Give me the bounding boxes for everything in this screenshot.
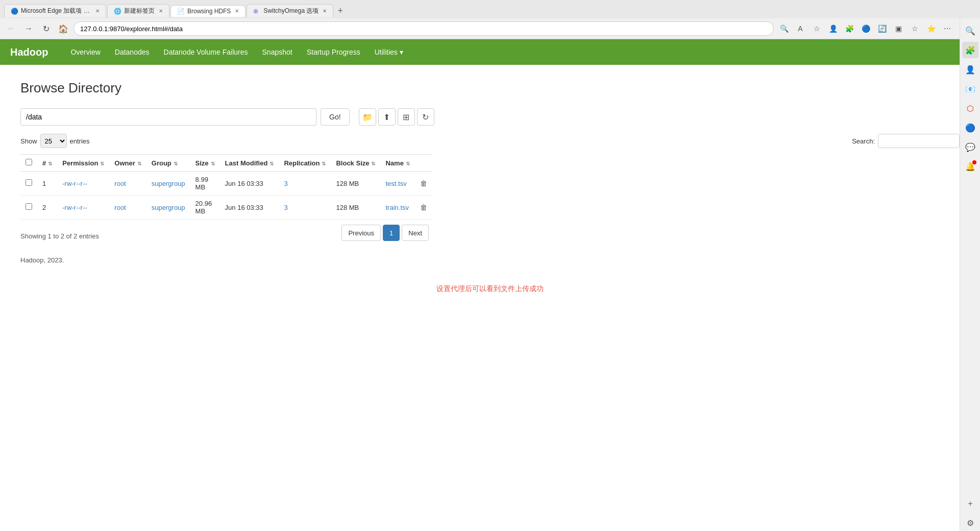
files-table: #⇅ Permission⇅ Owner⇅ Group⇅ Size⇅ Last …	[20, 154, 432, 220]
nav-startup-progress[interactable]: Startup Progress	[300, 39, 368, 65]
tab-label: Browsing HDFS	[187, 8, 231, 15]
row-checkbox-cell[interactable]	[20, 172, 37, 196]
tab-close-icon[interactable]: ✕	[235, 8, 239, 14]
browser-favorites-icon[interactable]: ⭐	[924, 21, 938, 36]
showing-text: Showing 1 to 2 of 2 entries	[20, 232, 99, 240]
next-button[interactable]: Next	[402, 225, 429, 241]
table-icon-button[interactable]: ⊞	[398, 108, 415, 126]
previous-button[interactable]: Previous	[341, 225, 381, 241]
file-name-link[interactable]: train.tsv	[385, 204, 409, 211]
tab-close-icon[interactable]: ✕	[323, 8, 327, 14]
sidebar-toggle-icon[interactable]: ▣	[891, 21, 905, 36]
omega-favicon: ⊕	[253, 8, 260, 15]
col-header-name[interactable]: Name⇅	[380, 155, 414, 172]
address-bar-input[interactable]: 127.0.0.1:9870/explorer.html#/data	[74, 21, 774, 36]
tab-close-icon[interactable]: ✕	[95, 8, 100, 14]
nav-datanodes[interactable]: Datanodes	[108, 39, 157, 65]
sidebar-bing-icon[interactable]: 🔵	[962, 119, 978, 136]
extensions-icon[interactable]: 🧩	[842, 21, 856, 36]
sync-icon[interactable]: 🔄	[875, 21, 889, 36]
refresh-icon-button[interactable]: ↻	[417, 108, 434, 126]
row-checkbox[interactable]	[26, 179, 32, 186]
page-1-button[interactable]: 1	[383, 225, 400, 241]
row-checkbox[interactable]	[26, 203, 32, 210]
row-block-size: 128 MB	[331, 196, 380, 220]
permission-link[interactable]: -rw-r--r--	[62, 204, 87, 211]
table-row: 1 -rw-r--r-- root supergroup 8.99 MB Jun…	[20, 172, 432, 196]
replication-link[interactable]: 3	[284, 180, 287, 187]
sidebar-outlook-icon[interactable]: 📧	[962, 81, 978, 97]
sidebar-office-icon[interactable]: ⬡	[962, 100, 978, 116]
folder-icon-button[interactable]: 📁	[359, 108, 376, 126]
account-circle-icon[interactable]: 🔵	[859, 21, 873, 36]
tab-microsoft-edge[interactable]: 🔵 Microsoft Edge 加载项 - Switchy... ✕	[4, 4, 106, 17]
sidebar-notification-icon[interactable]: 🔔	[962, 158, 978, 175]
sidebar-teams-icon[interactable]: 💬	[962, 139, 978, 155]
hadoop-navbar: Hadoop Overview Datanodes Datanode Volum…	[0, 39, 980, 65]
collections-icon[interactable]: ☆	[908, 21, 922, 36]
tab-label: 新建标签页	[124, 7, 155, 15]
file-name-link[interactable]: test.tsv	[385, 180, 406, 187]
owner-link[interactable]: root	[114, 204, 126, 211]
group-link[interactable]: supergroup	[152, 204, 185, 211]
row-delete-cell[interactable]: 🗑	[415, 196, 432, 220]
home-button[interactable]: 🏠	[56, 21, 70, 36]
sidebar-extensions-icon[interactable]: 🧩	[962, 42, 978, 58]
main-content: Browse Directory Go! 📁 ⬆ ⊞ ↻ Show 10 25 …	[0, 65, 980, 309]
upload-icon-button[interactable]: ⬆	[378, 108, 396, 126]
col-header-size[interactable]: Size⇅	[190, 155, 220, 172]
delete-icon[interactable]: 🗑	[420, 203, 427, 211]
permission-link[interactable]: -rw-r--r--	[62, 180, 87, 187]
new-tab-button[interactable]: +	[334, 6, 346, 16]
show-entries-select[interactable]: 10 25 50 100	[40, 134, 67, 148]
col-header-block-size[interactable]: Block Size⇅	[331, 155, 380, 172]
col-header-num[interactable]: #⇅	[37, 155, 57, 172]
sidebar-profile-icon[interactable]: 👤	[962, 61, 978, 78]
owner-link[interactable]: root	[114, 180, 126, 187]
forward-button[interactable]: →	[21, 21, 36, 36]
row-checkbox-cell[interactable]	[20, 196, 37, 220]
replication-link[interactable]: 3	[284, 204, 287, 211]
col-header-last-modified[interactable]: Last Modified⇅	[220, 155, 279, 172]
row-name: test.tsv	[380, 172, 414, 196]
search-toolbar-icon[interactable]: 🔍	[777, 21, 791, 36]
page-title: Browse Directory	[20, 80, 960, 96]
tab-close-icon[interactable]: ✕	[159, 8, 163, 14]
path-input[interactable]	[20, 108, 316, 126]
tab-switchyomega[interactable]: ⊕ SwitchyOmega 选项 ✕	[247, 4, 333, 17]
nav-datanode-volume-failures[interactable]: Datanode Volume Failures	[157, 39, 255, 65]
select-all-checkbox[interactable]	[26, 159, 32, 165]
row-permission: -rw-r--r--	[57, 196, 109, 220]
favorites-icon[interactable]: ☆	[810, 21, 824, 36]
sidebar-search-icon[interactable]: 🔍	[962, 22, 978, 39]
go-button[interactable]: Go!	[321, 108, 350, 126]
back-button[interactable]: ←	[4, 21, 18, 36]
nav-utilities[interactable]: Utilities ▾	[368, 39, 410, 65]
nav-overview[interactable]: Overview	[63, 39, 107, 65]
table-row: 2 -rw-r--r-- root supergroup 20.96 MB Ju…	[20, 196, 432, 220]
select-all-header[interactable]	[20, 155, 37, 172]
col-header-group[interactable]: Group⇅	[146, 155, 190, 172]
profile-icon[interactable]: 👤	[826, 21, 840, 36]
col-header-permission[interactable]: Permission⇅	[57, 155, 109, 172]
tab-new[interactable]: 🌐 新建标签页 ✕	[107, 4, 169, 17]
show-search-container: Show 10 25 50 100 entries Search:	[20, 134, 960, 148]
browser-apps-icon[interactable]: ⋯	[940, 21, 954, 36]
col-header-replication[interactable]: Replication⇅	[279, 155, 331, 172]
search-input[interactable]	[878, 134, 960, 148]
nav-snapshot[interactable]: Snapshot	[255, 39, 300, 65]
footer-text: Hadoop, 2023.	[20, 256, 960, 264]
row-num: 2	[37, 196, 57, 220]
row-owner: root	[109, 172, 146, 196]
group-link[interactable]: supergroup	[152, 180, 185, 187]
read-mode-icon[interactable]: A	[793, 21, 807, 36]
row-replication: 3	[279, 196, 331, 220]
refresh-button[interactable]: ↻	[39, 21, 53, 36]
row-delete-cell[interactable]: 🗑	[415, 172, 432, 196]
row-size: 20.96 MB	[190, 196, 220, 220]
row-permission: -rw-r--r--	[57, 172, 109, 196]
delete-icon[interactable]: 🗑	[420, 179, 427, 187]
col-header-owner[interactable]: Owner⇅	[109, 155, 146, 172]
tab-browsing-hdfs[interactable]: 📄 Browsing HDFS ✕	[170, 5, 246, 17]
browser-right-sidebar: 🔍 🧩 👤 📧 ⬡ 🔵 💬 🔔 ＋ ⚙	[960, 18, 980, 309]
